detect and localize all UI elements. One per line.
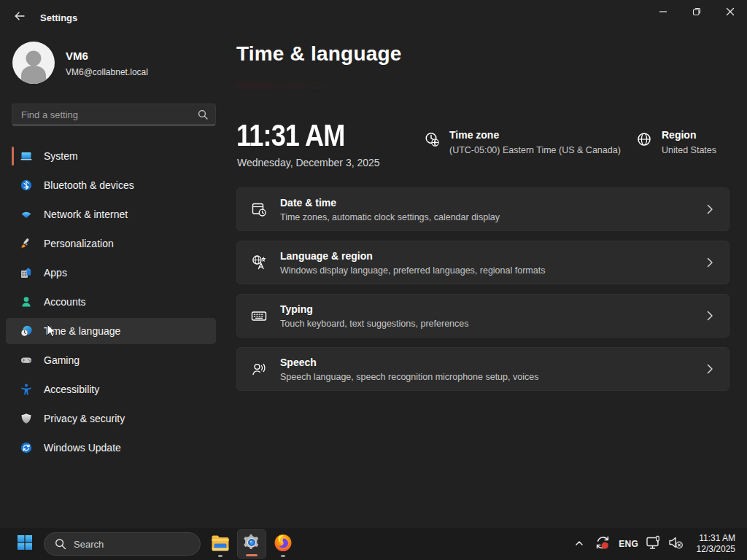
taskbar-firefox[interactable] bbox=[268, 529, 298, 559]
card-title: Typing bbox=[280, 303, 707, 315]
timezone-value: (UTC-05:00) Eastern Time (US & Canada) bbox=[449, 145, 621, 155]
tray-sync-alert[interactable] bbox=[590, 529, 615, 559]
sync-alert-icon bbox=[593, 533, 612, 555]
card-title: Language & region bbox=[280, 250, 707, 262]
start-button[interactable] bbox=[10, 529, 39, 559]
gaming-icon bbox=[20, 354, 32, 366]
sidebar-item-label: Bluetooth & devices bbox=[44, 179, 134, 191]
sidebar-item-network-internet[interactable]: Network & internet bbox=[6, 201, 216, 228]
sidebar-item-label: Gaming bbox=[44, 354, 80, 366]
sidebar-item-label: System bbox=[44, 150, 78, 162]
region-value: United States bbox=[662, 145, 716, 155]
timezone-summary: Time zone (UTC-05:00) Eastern Time (US &… bbox=[424, 129, 621, 155]
system-icon bbox=[20, 150, 32, 162]
timezone-label: Time zone bbox=[449, 129, 621, 141]
card-subtitle: Windows display language, preferred lang… bbox=[280, 265, 707, 276]
sidebar-item-label: Network & internet bbox=[44, 209, 128, 220]
chevron-right-icon bbox=[707, 311, 713, 321]
settings-gear-icon bbox=[242, 533, 261, 555]
card-title: Speech bbox=[280, 357, 707, 368]
minimize-icon bbox=[659, 6, 667, 19]
firefox-icon bbox=[273, 532, 293, 556]
windows-logo-icon bbox=[16, 534, 34, 554]
sidebar-item-label: Time & language bbox=[44, 325, 120, 337]
search-icon bbox=[198, 109, 208, 120]
sidebar-item-label: Apps bbox=[44, 267, 67, 279]
tray-time: 11:31 AM bbox=[697, 533, 735, 544]
sidebar-item-gaming[interactable]: Gaming bbox=[6, 347, 216, 373]
accounts-icon bbox=[20, 296, 32, 308]
tray-volume[interactable] bbox=[665, 529, 686, 559]
sidebar-item-system[interactable]: System bbox=[6, 143, 216, 169]
current-date: Wednesday, December 3, 2025 bbox=[237, 157, 380, 168]
timezone-icon bbox=[424, 131, 440, 147]
selected-accent-pill bbox=[12, 147, 14, 166]
sidebar-nav: SystemBluetooth & devicesNetwork & inter… bbox=[6, 143, 216, 464]
taskbar: Search ENG 11:31 AM 12/3/2025 bbox=[0, 528, 747, 560]
card-date-time[interactable]: Date & timeTime zones, automatic clock s… bbox=[236, 187, 729, 231]
page-title: Time & language bbox=[236, 42, 402, 66]
sidebar-item-apps[interactable]: Apps bbox=[6, 260, 216, 286]
sidebar-item-windows-update[interactable]: Windows Update bbox=[6, 435, 216, 461]
card-subtitle: Speech language, speech recognition micr… bbox=[280, 372, 707, 382]
back-button[interactable] bbox=[9, 7, 31, 28]
sidebar-item-label: Accounts bbox=[44, 296, 86, 308]
accessibility-icon bbox=[20, 384, 32, 395]
sidebar-item-personalization[interactable]: Personalization bbox=[6, 230, 216, 257]
avatar[interactable] bbox=[12, 42, 55, 84]
back-arrow-icon bbox=[14, 10, 26, 25]
sidebar-item-label: Accessibility bbox=[44, 384, 99, 395]
speech-icon bbox=[251, 361, 267, 377]
card-subtitle: Touch keyboard, text suggestions, prefer… bbox=[280, 319, 707, 329]
sidebar-item-time-language[interactable]: Time & language bbox=[6, 318, 216, 344]
typing-icon bbox=[251, 308, 267, 324]
sidebar-item-label: Windows Update bbox=[44, 442, 121, 454]
sidebar-item-label: Privacy & security bbox=[44, 413, 125, 424]
sidebar-item-bluetooth-devices[interactable]: Bluetooth & devices bbox=[6, 172, 216, 198]
tray-show-hidden-icons[interactable] bbox=[568, 529, 590, 559]
card-title: Date & time bbox=[280, 197, 707, 209]
taskbar-settings[interactable] bbox=[237, 529, 266, 559]
region-globe-icon bbox=[636, 131, 652, 147]
restore-button[interactable] bbox=[680, 0, 713, 25]
file-explorer-icon bbox=[210, 532, 231, 556]
sidebar-item-accessibility[interactable]: Accessibility bbox=[6, 376, 216, 402]
chevron-right-icon bbox=[707, 204, 713, 214]
taskbar-file-explorer[interactable] bbox=[206, 529, 235, 559]
apps-icon bbox=[20, 267, 32, 279]
find-a-setting-searchbox[interactable] bbox=[12, 104, 216, 125]
tray-language[interactable]: ENG bbox=[615, 529, 643, 559]
card-language-region[interactable]: Language & regionWindows display languag… bbox=[236, 241, 729, 284]
tray-network[interactable] bbox=[643, 529, 665, 559]
langregion-icon bbox=[251, 254, 267, 271]
speaker-muted-icon bbox=[667, 534, 684, 554]
chevron-up-icon bbox=[575, 537, 584, 551]
card-speech[interactable]: SpeechSpeech language, speech recognitio… bbox=[236, 347, 729, 391]
sidebar-item-accounts[interactable]: Accounts bbox=[6, 289, 216, 315]
firefox-running-indicator bbox=[281, 555, 285, 557]
restore-icon bbox=[692, 6, 701, 19]
update-icon bbox=[20, 442, 32, 454]
minimize-button[interactable] bbox=[646, 0, 680, 25]
language-indicator: ENG bbox=[619, 539, 638, 549]
search-input[interactable] bbox=[12, 109, 198, 120]
user-name: VM6 bbox=[66, 50, 88, 62]
person-silhouette-icon bbox=[12, 74, 55, 84]
main-content: Time & language 11:31 AM Wednesday, Dece… bbox=[236, 35, 747, 528]
card-subtitle: Time zones, automatic clock settings, ca… bbox=[280, 212, 707, 222]
card-typing[interactable]: TypingTouch keyboard, text suggestions, … bbox=[236, 294, 729, 338]
user-email: VM6@collabnet.local bbox=[66, 67, 148, 77]
network-icon bbox=[20, 209, 32, 220]
tray-date: 12/3/2025 bbox=[697, 544, 735, 555]
region-summary: Region United States bbox=[636, 129, 716, 155]
taskbar-search[interactable]: Search bbox=[44, 532, 201, 556]
current-time: 11:31 AM bbox=[236, 118, 344, 153]
file-explorer-running-indicator bbox=[218, 555, 222, 557]
close-button[interactable] bbox=[713, 0, 747, 25]
settings-active-indicator bbox=[246, 554, 258, 556]
titlebar: Settings bbox=[0, 0, 747, 35]
privacy-icon bbox=[20, 413, 32, 424]
sidebar-item-privacy-security[interactable]: Privacy & security bbox=[6, 405, 216, 432]
time-icon bbox=[20, 325, 32, 337]
tray-clock[interactable]: 11:31 AM 12/3/2025 bbox=[697, 533, 735, 555]
